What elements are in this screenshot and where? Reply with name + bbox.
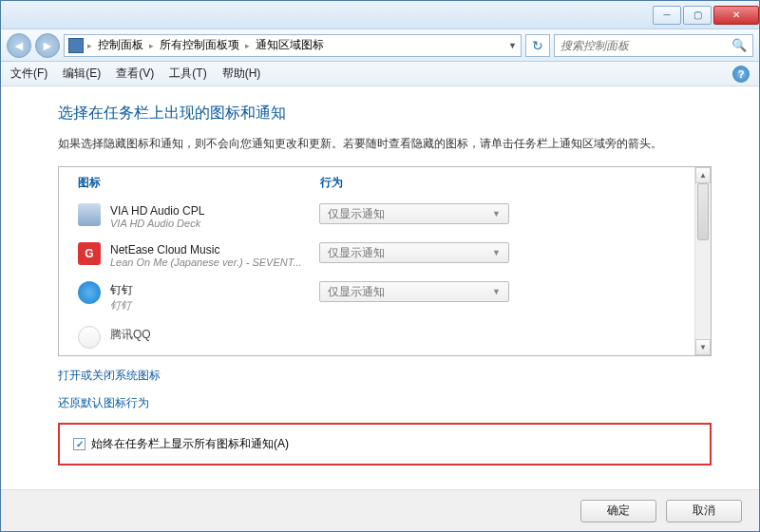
- item-subtext: VIA HD Audio Deck: [110, 218, 310, 229]
- ok-button[interactable]: 确定: [580, 500, 656, 522]
- app-icon-via: [78, 203, 101, 226]
- breadcrumb-item[interactable]: 所有控制面板项: [158, 37, 241, 53]
- footer: 确定 取消: [1, 489, 759, 531]
- behavior-cell: 仅显示通知 ▼: [319, 203, 692, 224]
- address-dropdown-icon[interactable]: ▼: [508, 41, 517, 50]
- app-icon-netease: G: [78, 242, 101, 265]
- maximize-button[interactable]: ▢: [683, 6, 712, 25]
- chevron-down-icon: ▼: [492, 287, 501, 296]
- item-name: 腾讯QQ: [110, 327, 319, 343]
- app-icon-dingtalk: [78, 281, 101, 304]
- close-button[interactable]: ✕: [713, 6, 759, 25]
- menu-file[interactable]: 文件(F): [10, 66, 48, 82]
- item-subtext: Lean On Me (Japanese ver.) - SEVENT...: [110, 256, 310, 268]
- scroll-down-button[interactable]: ▼: [695, 339, 711, 355]
- chevron-right-icon: ▸: [87, 41, 92, 50]
- list-body: VIA HD Audio CPL VIA HD Audio Deck 仅显示通知…: [59, 197, 711, 355]
- behavior-select[interactable]: 仅显示通知 ▼: [319, 281, 509, 302]
- breadcrumb-item[interactable]: 控制面板: [96, 37, 145, 53]
- behavior-select[interactable]: 仅显示通知 ▼: [319, 242, 509, 263]
- search-box[interactable]: 🔍: [554, 34, 753, 57]
- list-item: G NetEase Cloud Music Lean On Me (Japane…: [78, 236, 692, 275]
- item-text: 腾讯QQ: [110, 326, 319, 343]
- navbar: ◄ ► ▸ 控制面板 ▸ 所有控制面板项 ▸ 通知区域图标 ▼ ↻ 🔍: [1, 29, 759, 62]
- checkbox-label: 始终在任务栏上显示所有图标和通知(A): [91, 436, 289, 452]
- item-text: NetEase Cloud Music Lean On Me (Japanese…: [110, 242, 319, 268]
- menu-help[interactable]: 帮助(H): [222, 66, 261, 82]
- select-value: 仅显示通知: [328, 206, 385, 222]
- item-text: VIA HD Audio CPL VIA HD Audio Deck: [110, 203, 319, 229]
- scroll-thumb[interactable]: [697, 183, 709, 240]
- list-header: 图标 行为: [59, 167, 711, 197]
- content-area: 选择在任务栏上出现的图标和通知 如果选择隐藏图标和通知，则不会向您通知更改和更新…: [1, 86, 759, 489]
- chevron-down-icon: ▼: [492, 248, 501, 257]
- titlebar[interactable]: ─ ▢ ✕: [1, 1, 759, 29]
- menu-edit[interactable]: 编辑(E): [63, 66, 101, 82]
- menu-tools[interactable]: 工具(T): [169, 66, 206, 82]
- page-title: 选择在任务栏上出现的图标和通知: [58, 104, 712, 124]
- menu-view[interactable]: 查看(V): [116, 66, 154, 82]
- highlighted-option: ✓ 始终在任务栏上显示所有图标和通知(A): [58, 423, 712, 466]
- back-button[interactable]: ◄: [7, 33, 31, 58]
- address-bar[interactable]: ▸ 控制面板 ▸ 所有控制面板项 ▸ 通知区域图标 ▼: [64, 34, 522, 57]
- window-controls: ─ ▢ ✕: [651, 6, 759, 25]
- icon-list: 图标 行为 VIA HD Audio CPL VIA HD Audio Deck…: [58, 166, 712, 356]
- list-item: 钉钉 钉钉 仅显示通知 ▼: [78, 275, 692, 319]
- page-description: 如果选择隐藏图标和通知，则不会向您通知更改和更新。若要随时查看隐藏的图标，请单击…: [58, 135, 712, 153]
- list-item: VIA HD Audio CPL VIA HD Audio Deck 仅显示通知…: [78, 197, 692, 236]
- forward-button[interactable]: ►: [35, 33, 60, 58]
- app-icon-qq: [78, 326, 101, 349]
- location-icon: [68, 38, 84, 53]
- item-name: NetEase Cloud Music: [110, 243, 319, 256]
- cancel-button[interactable]: 取消: [666, 500, 742, 522]
- menubar: 文件(F) 编辑(E) 查看(V) 工具(T) 帮助(H) ?: [1, 62, 759, 86]
- item-name: VIA HD Audio CPL: [110, 204, 319, 218]
- header-icon-column: 图标: [78, 175, 320, 191]
- breadcrumb-item[interactable]: 通知区域图标: [254, 37, 326, 53]
- behavior-cell: 仅显示通知 ▼: [319, 242, 692, 263]
- list-item: 腾讯QQ: [78, 319, 692, 355]
- link-restore-defaults[interactable]: 还原默认图标行为: [58, 395, 712, 411]
- checkbox-always-show[interactable]: ✓: [73, 438, 86, 450]
- scrollbar[interactable]: ▲ ▼: [694, 167, 711, 355]
- header-behavior-column: 行为: [320, 175, 692, 191]
- help-icon[interactable]: ?: [732, 66, 750, 83]
- item-subtext: 钉钉: [110, 298, 310, 313]
- search-input[interactable]: [560, 39, 732, 52]
- scroll-up-button[interactable]: ▲: [695, 167, 711, 183]
- item-text: 钉钉 钉钉: [110, 281, 319, 313]
- refresh-button[interactable]: ↻: [525, 34, 550, 57]
- chevron-down-icon: ▼: [492, 209, 501, 218]
- behavior-select[interactable]: 仅显示通知 ▼: [319, 203, 509, 224]
- item-name: 钉钉: [110, 282, 319, 298]
- control-panel-window: ─ ▢ ✕ ◄ ► ▸ 控制面板 ▸ 所有控制面板项 ▸ 通知区域图标 ▼ ↻ …: [0, 0, 760, 532]
- select-value: 仅显示通知: [328, 284, 385, 300]
- link-system-icons[interactable]: 打开或关闭系统图标: [58, 368, 712, 384]
- chevron-right-icon: ▸: [245, 41, 250, 50]
- behavior-cell: 仅显示通知 ▼: [319, 281, 692, 302]
- minimize-button[interactable]: ─: [653, 6, 681, 25]
- search-icon[interactable]: 🔍: [732, 38, 747, 52]
- select-value: 仅显示通知: [328, 245, 385, 261]
- checkbox-row[interactable]: ✓ 始终在任务栏上显示所有图标和通知(A): [73, 436, 696, 452]
- chevron-right-icon: ▸: [149, 41, 154, 50]
